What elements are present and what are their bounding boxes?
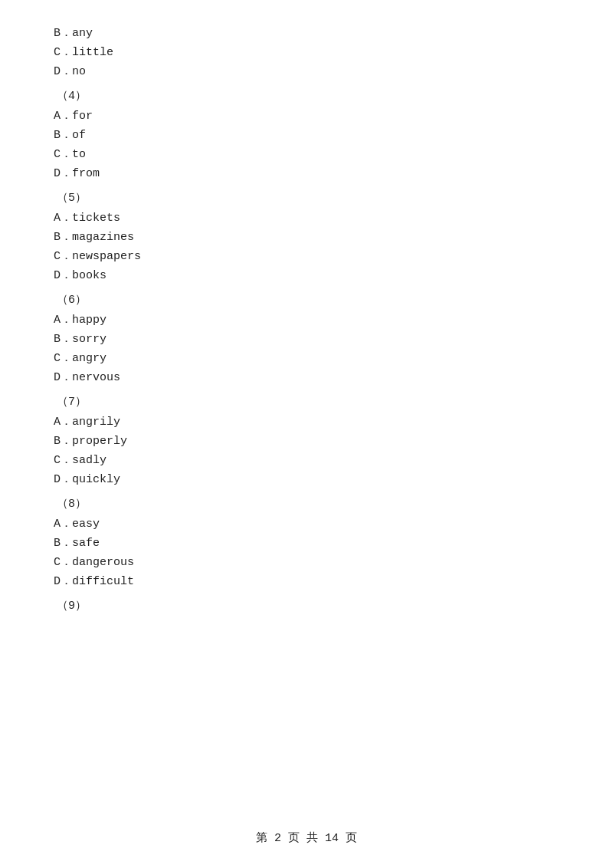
- q8-option-c: C．dangerous: [54, 552, 567, 571]
- question-number-7: （7）: [57, 394, 567, 409]
- question-7: （7） A．angrily B．properly C．sadly D．quick…: [46, 394, 567, 488]
- q5-option-b: B．magazines: [54, 227, 567, 246]
- main-content: B．any C．little D．no （4） A．for B．of C．to …: [0, 0, 613, 662]
- question-number-5: （5）: [57, 190, 567, 205]
- section-continuation: B．any C．little D．no: [46, 23, 567, 81]
- page-footer: 第 2 页 共 14 页: [0, 830, 613, 845]
- q6-option-a: A．happy: [54, 310, 567, 329]
- question-number-6: （6）: [57, 292, 567, 307]
- question-number-4: （4）: [57, 88, 567, 103]
- question-4: （4） A．for B．of C．to D．from: [46, 88, 567, 182]
- q5-option-a: A．tickets: [54, 208, 567, 227]
- q7-option-d: D．quickly: [54, 469, 567, 488]
- option-c-little: C．little: [54, 42, 567, 61]
- q7-option-c: C．sadly: [54, 450, 567, 469]
- page-number: 第 2 页 共 14 页: [256, 832, 357, 845]
- question-number-9: （9）: [57, 598, 567, 613]
- q8-option-b: B．safe: [54, 533, 567, 552]
- q4-option-b: B．of: [54, 125, 567, 144]
- q5-option-d: D．books: [54, 265, 567, 284]
- question-number-8: （8）: [57, 496, 567, 511]
- q6-option-b: B．sorry: [54, 329, 567, 348]
- option-b-any: B．any: [54, 23, 567, 42]
- q4-option-c: C．to: [54, 144, 567, 163]
- option-d-no: D．no: [54, 61, 567, 81]
- q6-option-c: C．angry: [54, 348, 567, 367]
- question-9: （9）: [46, 598, 567, 613]
- q7-option-b: B．properly: [54, 431, 567, 450]
- question-6: （6） A．happy B．sorry C．angry D．nervous: [46, 292, 567, 386]
- q4-option-d: D．from: [54, 163, 567, 182]
- q6-option-d: D．nervous: [54, 367, 567, 386]
- q5-option-c: C．newspapers: [54, 246, 567, 265]
- question-5: （5） A．tickets B．magazines C．newspapers D…: [46, 190, 567, 284]
- question-8: （8） A．easy B．safe C．dangerous D．difficul…: [46, 496, 567, 590]
- q4-option-a: A．for: [54, 106, 567, 125]
- q8-option-d: D．difficult: [54, 571, 567, 590]
- q8-option-a: A．easy: [54, 514, 567, 533]
- q7-option-a: A．angrily: [54, 412, 567, 431]
